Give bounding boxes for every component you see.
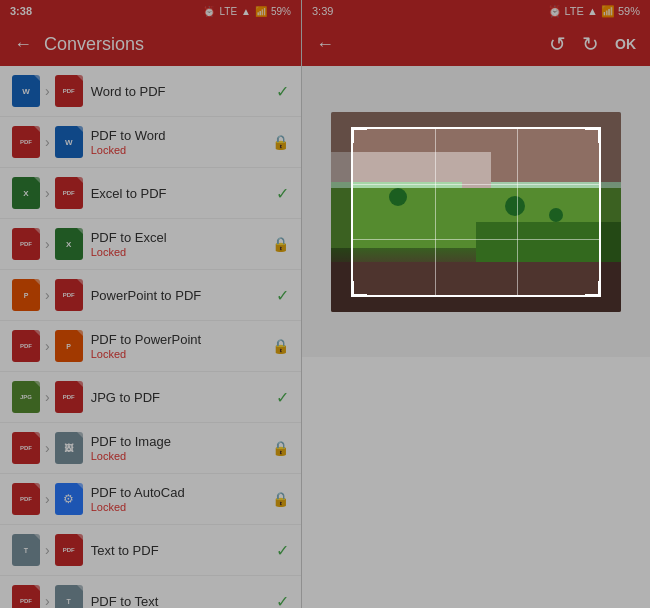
right-app-bar: ← ↺ ↻ OK (302, 22, 650, 66)
jpg-icon: JPG (12, 381, 40, 413)
right-time: 3:39 (312, 5, 333, 17)
icon-group: PDF › ⚙ (12, 483, 83, 515)
item-text: PDF to Text (91, 594, 272, 609)
left-time: 3:38 (10, 5, 32, 17)
crop-handle-tl[interactable] (351, 127, 367, 143)
arrow-icon: › (45, 389, 50, 405)
lock-icon: 🔒 (272, 440, 289, 456)
arrow-icon: › (45, 287, 50, 303)
item-text: PDF to PowerPoint Locked (91, 332, 268, 360)
icon-group: T › PDF (12, 534, 83, 566)
ok-button[interactable]: OK (615, 36, 636, 52)
list-item[interactable]: PDF › P PDF to PowerPoint Locked 🔒 (0, 321, 301, 372)
icon-group: PDF › P (12, 330, 83, 362)
list-item[interactable]: PDF › X PDF to Excel Locked 🔒 (0, 219, 301, 270)
icon-group: W › PDF (12, 75, 83, 107)
pdf-icon: PDF (55, 177, 83, 209)
crop-handle-tr[interactable] (585, 127, 601, 143)
arrow-icon: › (45, 83, 50, 99)
back-button[interactable]: ← (14, 34, 32, 55)
item-text: PDF to Image Locked (91, 434, 268, 462)
item-text: Excel to PDF (91, 186, 272, 201)
lock-icon: 🔒 (272, 491, 289, 507)
image-icon: 🖼 (55, 432, 83, 464)
arrow-icon: › (45, 338, 50, 354)
list-item[interactable]: X › PDF Excel to PDF ✓ (0, 168, 301, 219)
image-editor-area (302, 66, 650, 357)
left-indicators: ⏰ LTE ▲ 📶 59% (203, 6, 291, 17)
arrow-icon: › (45, 185, 50, 201)
status-check-icon: ✓ (276, 286, 289, 305)
pdf-icon: PDF (12, 432, 40, 464)
item-text: PDF to AutoCad Locked (91, 485, 268, 513)
icon-group: PDF › 🖼 (12, 432, 83, 464)
pdf-icon: PDF (12, 126, 40, 158)
item-title: PDF to AutoCad (91, 485, 268, 500)
item-title: JPG to PDF (91, 390, 272, 405)
list-item[interactable]: T › PDF Text to PDF ✓ (0, 525, 301, 576)
item-locked-label: Locked (91, 501, 268, 513)
item-text: PDF to Excel Locked (91, 230, 268, 258)
arrow-icon: › (45, 491, 50, 507)
list-item[interactable]: PDF › 🖼 PDF to Image Locked 🔒 (0, 423, 301, 474)
arrow-icon: › (45, 593, 50, 608)
crop-handle-bl[interactable] (351, 281, 367, 297)
pdf-icon: PDF (12, 585, 40, 608)
left-status-bar: 3:38 ⏰ LTE ▲ 📶 59% (0, 0, 301, 22)
text-icon: T (55, 585, 83, 608)
text-icon: T (12, 534, 40, 566)
status-check-icon: ✓ (276, 82, 289, 101)
arrow-icon: › (45, 440, 50, 456)
rotate-right-button[interactable]: ↻ (582, 32, 599, 56)
left-panel: 3:38 ⏰ LTE ▲ 📶 59% ← Conversions W › PDF… (0, 0, 302, 608)
screen-title: Conversions (44, 34, 144, 55)
item-locked-label: Locked (91, 450, 268, 462)
grid-line (353, 239, 599, 240)
item-title: PDF to Word (91, 128, 268, 143)
right-panel: 3:39 ⏰ LTE ▲ 📶 59% ← ↺ ↻ OK (302, 0, 650, 608)
crop-container[interactable] (331, 112, 621, 312)
lock-icon: 🔒 (272, 134, 289, 150)
item-locked-label: Locked (91, 144, 268, 156)
item-title: Text to PDF (91, 543, 272, 558)
list-item[interactable]: PDF › W PDF to Word Locked 🔒 (0, 117, 301, 168)
left-app-bar: ← Conversions (0, 22, 301, 66)
item-locked-label: Locked (91, 348, 268, 360)
lock-icon: 🔒 (272, 236, 289, 252)
status-check-icon: ✓ (276, 388, 289, 407)
item-title: PowerPoint to PDF (91, 288, 272, 303)
grid-line (353, 184, 599, 185)
right-back-button[interactable]: ← (316, 34, 334, 55)
status-check-icon: ✓ (276, 541, 289, 560)
crop-overlay[interactable] (351, 127, 601, 297)
excel-icon: X (55, 228, 83, 260)
list-item[interactable]: PDF › T PDF to Text ✓ (0, 576, 301, 608)
lock-icon: 🔒 (272, 338, 289, 354)
item-title: PDF to Image (91, 434, 268, 449)
icon-group: P › PDF (12, 279, 83, 311)
item-text: PDF to Word Locked (91, 128, 268, 156)
item-title: PDF to Text (91, 594, 272, 609)
right-status-bar: 3:39 ⏰ LTE ▲ 📶 59% (302, 0, 650, 22)
pdf-icon: PDF (55, 75, 83, 107)
pdf-icon: PDF (12, 483, 40, 515)
list-item[interactable]: JPG › PDF JPG to PDF ✓ (0, 372, 301, 423)
pdf-icon: PDF (12, 330, 40, 362)
rotate-left-button[interactable]: ↺ (549, 32, 566, 56)
right-indicators: ⏰ LTE ▲ 📶 59% (548, 5, 641, 18)
list-item[interactable]: P › PDF PowerPoint to PDF ✓ (0, 270, 301, 321)
pdf-icon: PDF (12, 228, 40, 260)
right-bottom-area (302, 357, 650, 608)
item-text: PowerPoint to PDF (91, 288, 272, 303)
arrow-icon: › (45, 236, 50, 252)
item-title: PDF to PowerPoint (91, 332, 268, 347)
word-icon: W (55, 126, 83, 158)
autocad-icon: ⚙ (55, 483, 83, 515)
list-item[interactable]: W › PDF Word to PDF ✓ (0, 66, 301, 117)
list-item[interactable]: PDF › ⚙ PDF to AutoCad Locked 🔒 (0, 474, 301, 525)
word-icon: W (12, 75, 40, 107)
crop-handle-br[interactable] (585, 281, 601, 297)
excel-icon: X (12, 177, 40, 209)
conversion-list: W › PDF Word to PDF ✓ PDF › W PDF to Wor… (0, 66, 301, 608)
item-title: PDF to Excel (91, 230, 268, 245)
